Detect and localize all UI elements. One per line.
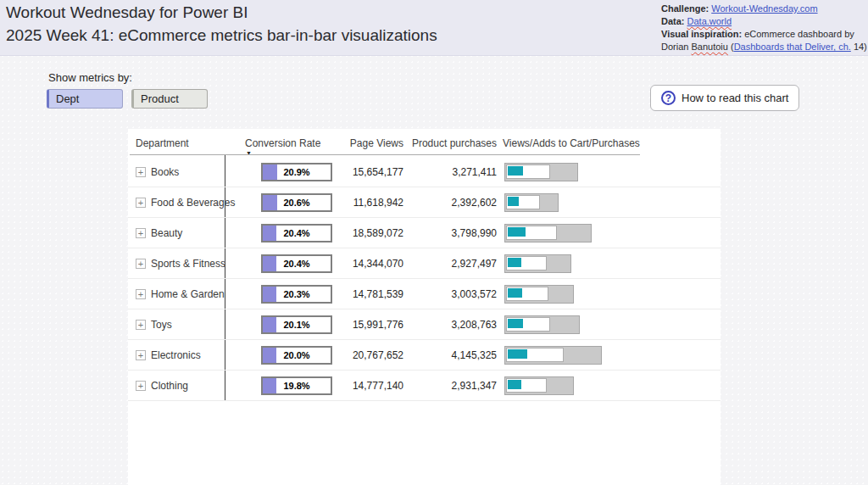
data-link[interactable]: Data.world	[687, 16, 732, 26]
purchases-bar	[508, 258, 521, 267]
question-circle-icon: ?	[661, 91, 676, 105]
expand-plus-icon[interactable]: +	[136, 320, 146, 330]
column-header-department[interactable]: Department	[136, 137, 189, 149]
department-name: Food & Beverages	[151, 197, 235, 209]
inspiration-line-1: Visual inspiration:eCommerce dashboard b…	[661, 28, 868, 41]
page-views-bar[interactable]	[504, 254, 571, 273]
challenge-link[interactable]: Workout-Wednesday.com	[711, 3, 817, 14]
page-views-bar[interactable]	[504, 224, 592, 242]
table-row: + Clothing 19.8% 14,777,140 2,931,347	[128, 371, 721, 401]
challenge-line: Challenge:Workout-Wednesday.com	[661, 3, 868, 15]
page-views-value: 14,344,070	[353, 258, 403, 270]
conversion-rate-bar[interactable]: 20.0%	[261, 346, 332, 365]
table-row: + Food & Beverages 20.6% 11,618,942 2,39…	[128, 187, 721, 218]
department-name: Sports & Fitness	[151, 258, 225, 270]
page-views-bar[interactable]	[504, 193, 559, 212]
table-row: + Sports & Fitness 20.4% 14,344,070 2,92…	[128, 248, 721, 279]
page-views-value: 14,781,539	[353, 288, 403, 300]
conversion-rate-bar[interactable]: 20.4%	[261, 224, 332, 242]
credits-block: Challenge:Workout-Wednesday.com Data:Dat…	[661, 3, 868, 53]
inspiration-label: Visual inspiration:	[661, 29, 742, 39]
product-purchases-value: 2,931,347	[452, 380, 497, 392]
page-views-bar[interactable]	[504, 346, 602, 365]
department-name: Beauty	[151, 227, 182, 239]
purchases-bar	[508, 197, 519, 206]
report-title: Workout Wednesday for Power BI	[6, 3, 248, 22]
conversion-rate-label: 20.9%	[263, 167, 331, 177]
table-row: + Home & Garden 20.3% 14,781,539 3,003,5…	[128, 279, 721, 309]
department-name: Books	[151, 166, 179, 178]
inspiration-line-2: Dorian Banutoiu (Dashboards that Deliver…	[661, 41, 868, 53]
department-name: Toys	[151, 319, 172, 331]
data-line: Data:Data.world	[661, 15, 868, 28]
product-purchases-value: 2,392,602	[452, 197, 497, 209]
page-views-bar[interactable]	[504, 285, 574, 304]
product-slicer-button[interactable]: Product	[131, 89, 208, 109]
page-views-value: 20,767,652	[353, 349, 403, 361]
purchases-bar	[508, 288, 522, 298]
report-subtitle: 2025 Week 41: eCommerce metrics bar-in-b…	[6, 26, 437, 45]
powerbi-report-canvas: Workout Wednesday for Power BI 2025 Week…	[0, 0, 868, 485]
purchases-bar	[508, 380, 521, 389]
page-views-bar[interactable]	[504, 376, 574, 395]
expand-plus-icon[interactable]: +	[136, 350, 146, 360]
product-purchases-value: 2,927,497	[452, 258, 497, 270]
department-name: Clothing	[151, 380, 188, 392]
inspiration-text: eCommerce dashboard by	[744, 29, 854, 39]
purchases-bar	[508, 166, 523, 176]
conversion-rate-label: 20.6%	[263, 198, 331, 208]
page-views-value: 15,991,776	[353, 319, 403, 331]
page-views-value: 14,777,140	[353, 380, 403, 392]
expand-plus-icon[interactable]: +	[136, 198, 146, 208]
conversion-rate-bar[interactable]: 19.8%	[261, 376, 332, 395]
product-purchases-value: 4,145,325	[452, 349, 497, 361]
product-purchases-value: 3,271,411	[453, 166, 498, 178]
conversion-rate-bar[interactable]: 20.4%	[261, 254, 332, 273]
how-to-read-button[interactable]: ? How to read this chart	[650, 85, 799, 111]
page-views-bar[interactable]	[504, 163, 578, 181]
author-last-name: Banutoiu	[691, 42, 727, 52]
conversion-rate-bar[interactable]: 20.6%	[261, 193, 332, 212]
conversion-rate-label: 20.4%	[263, 259, 331, 269]
page-views-value: 15,654,177	[353, 166, 403, 178]
conversion-rate-bar[interactable]: 20.1%	[261, 315, 332, 334]
expand-plus-icon[interactable]: +	[136, 259, 146, 269]
challenge-label: Challenge:	[661, 3, 709, 14]
purchases-bar	[508, 227, 526, 237]
conversion-rate-label: 20.0%	[263, 350, 331, 360]
column-header-conversion-rate[interactable]: Conversion Rate	[245, 137, 320, 149]
column-header-page-views[interactable]: Page Views	[350, 137, 403, 149]
purchases-bar	[508, 319, 523, 328]
bar-in-bar-table-visual: Department Conversion Rate ▼ Page Views …	[128, 129, 721, 485]
how-to-read-label: How to read this chart	[682, 92, 788, 104]
expand-plus-icon[interactable]: +	[136, 228, 146, 238]
conversion-rate-label: 20.4%	[263, 228, 331, 238]
expand-plus-icon[interactable]: +	[136, 381, 146, 391]
column-header-product-purchases[interactable]: Product purchases	[412, 137, 497, 149]
author-first-name: Dorian	[661, 42, 691, 52]
conversion-rate-bar[interactable]: 20.3%	[261, 285, 332, 304]
department-name: Electronics	[151, 349, 201, 361]
product-purchases-value: 3,208,763	[452, 319, 497, 331]
conversion-rate-label: 20.3%	[263, 289, 331, 299]
data-label: Data:	[661, 16, 685, 26]
column-header-views-carts-purchases[interactable]: Views/Adds to Cart/Purchases	[503, 137, 640, 149]
table-rows: + Books 20.9% 15,654,177 3,271,411 + Foo…	[128, 157, 721, 401]
dept-slicer-button[interactable]: Dept	[47, 89, 123, 109]
conversion-rate-label: 20.1%	[263, 320, 331, 330]
table-row: + Beauty 20.4% 18,589,072 3,798,990	[128, 218, 721, 248]
expand-plus-icon[interactable]: +	[136, 289, 146, 299]
page-views-value: 11,618,942	[353, 197, 403, 209]
table-row: + Electronics 20.0% 20,767,652 4,145,325	[128, 340, 721, 371]
data-link-text: Data.world	[687, 16, 732, 26]
page-views-bar[interactable]	[504, 315, 580, 334]
header-underline	[130, 154, 640, 155]
page-views-value: 18,589,072	[353, 227, 403, 239]
book-link[interactable]: Dashboards that Deliver, ch.	[734, 42, 851, 52]
conversion-rate-bar[interactable]: 20.9%	[261, 163, 332, 181]
report-header: Workout Wednesday for Power BI 2025 Week…	[0, 0, 868, 56]
chapter-number: 14)	[851, 42, 867, 52]
show-metrics-label: Show metrics by:	[48, 71, 132, 84]
expand-plus-icon[interactable]: +	[136, 167, 146, 177]
department-name: Home & Garden	[151, 288, 225, 300]
